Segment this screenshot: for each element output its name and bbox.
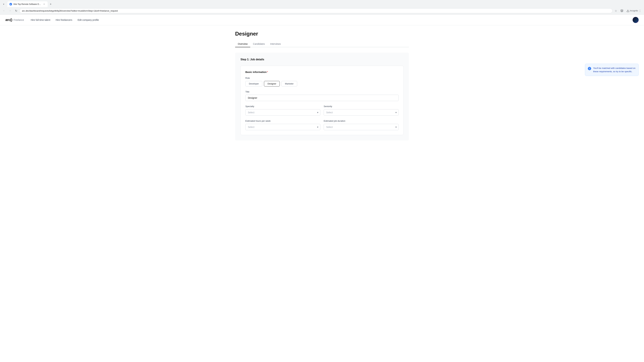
app-header: arc() Freelance Hire full-time talent Hi… <box>0 14 644 25</box>
tab-interviews[interactable]: Interviews <box>268 41 284 47</box>
hours-select-wrapper: Select <box>245 124 320 130</box>
seniority-label: Seniority <box>324 105 399 108</box>
logo-type-text: Freelance <box>14 18 24 21</box>
info-box: i You'll be matched with candidates base… <box>585 64 639 76</box>
step-card: Step 1: Job details Basic information* R… <box>235 53 409 140</box>
role-buttons: Developer Designer Marketer <box>245 81 399 86</box>
avatar-image <box>632 17 639 23</box>
title-label: Title <box>245 90 399 93</box>
address-bar[interactable]: arc.dev/dashboard/requests/kdyp4k9q28/ov… <box>20 8 612 13</box>
tab-title: Hire Top Remote Software Dev... <box>14 3 41 5</box>
duration-label: Estimated job duration <box>324 120 399 122</box>
tab-group-button[interactable]: ▾ <box>1 2 6 6</box>
info-text: You'll be matched with candidates based … <box>593 66 636 73</box>
title-field: Title <box>245 90 399 101</box>
tab-controls-left: ▾ <box>1 2 6 6</box>
logo-arc-text: arc() <box>5 18 12 22</box>
role-designer-button[interactable]: Designer <box>264 81 280 86</box>
role-field: Role Developer Designer Marketer <box>245 77 399 86</box>
tab-bar: ▾ a Hire Top Remote Software Dev... × + <box>0 0 644 7</box>
page-title: Designer <box>235 31 409 37</box>
new-tab-button[interactable]: + <box>48 2 53 6</box>
info-icon: i <box>588 67 591 70</box>
avatar[interactable] <box>632 17 639 23</box>
seniority-select[interactable]: Select <box>324 109 399 116</box>
specialty-select-wrapper: Select <box>245 109 320 116</box>
tab-candidates[interactable]: Candidates <box>250 41 268 47</box>
tab-overview[interactable]: Overview <box>235 41 250 47</box>
main-content: Designer Overview Candidates Interviews … <box>230 25 414 146</box>
address-text: arc.dev/dashboard/requests/kdyp4k9q28/ov… <box>22 9 610 12</box>
main-nav: Hire full-time talent Hire freelancers E… <box>31 18 626 21</box>
refresh-button[interactable]: ↻ <box>14 8 19 13</box>
tab-favicon: a <box>10 3 12 5</box>
duration-field: Estimated job duration Select <box>324 120 399 130</box>
specialty-select[interactable]: Select <box>245 109 320 116</box>
seniority-field: Seniority Select <box>324 105 399 116</box>
role-developer-button[interactable]: Developer <box>245 81 262 86</box>
browser-chrome: ▾ a Hire Top Remote Software Dev... × + … <box>0 0 644 14</box>
forward-button[interactable]: → <box>8 8 13 13</box>
nav-hire-freelancers[interactable]: Hire freelancers <box>56 18 72 21</box>
step-title: Step 1: Job details <box>240 58 404 61</box>
section-title: Basic information* <box>245 70 399 73</box>
role-label: Role <box>245 77 399 79</box>
hours-field: Estimated hours per week Select <box>245 120 320 130</box>
hours-select[interactable]: Select <box>245 124 320 130</box>
menu-button[interactable]: ⋮ <box>637 8 643 13</box>
role-marketer-button[interactable]: Marketer <box>282 81 297 86</box>
tab-close-button[interactable]: × <box>42 3 46 6</box>
title-input[interactable] <box>245 95 399 101</box>
back-button[interactable]: ← <box>1 8 7 13</box>
hours-label: Estimated hours per week <box>245 120 320 122</box>
hours-duration-row: Estimated hours per week Select Estimate… <box>245 120 399 130</box>
specialty-field: Specialty Select <box>245 105 320 116</box>
nav-actions: ☆ Incognito ⋮ <box>613 8 643 13</box>
seniority-select-wrapper: Select <box>324 109 399 116</box>
duration-select[interactable]: Select <box>324 124 399 130</box>
duration-select-wrapper: Select <box>324 124 399 130</box>
active-tab[interactable]: a Hire Top Remote Software Dev... × <box>8 1 48 7</box>
nav-hire-fulltime[interactable]: Hire full-time talent <box>31 18 50 21</box>
tabs-nav: Overview Candidates Interviews <box>235 41 409 47</box>
bookmark-button[interactable]: ☆ <box>613 8 618 13</box>
required-star: * <box>267 70 268 73</box>
extensions-button[interactable] <box>619 8 624 13</box>
nav-edit-profile[interactable]: Edit company profile <box>78 18 99 21</box>
form-section-basic-info: Basic information* Role Developer Design… <box>240 66 404 135</box>
specialty-label: Specialty <box>245 105 320 108</box>
logo: arc() Freelance <box>5 18 24 22</box>
nav-bar: ← → ↻ arc.dev/dashboard/requests/kdyp4k9… <box>0 7 644 14</box>
incognito-button[interactable]: Incognito <box>631 8 636 13</box>
specialty-seniority-row: Specialty Select Seniority Select <box>245 105 399 116</box>
